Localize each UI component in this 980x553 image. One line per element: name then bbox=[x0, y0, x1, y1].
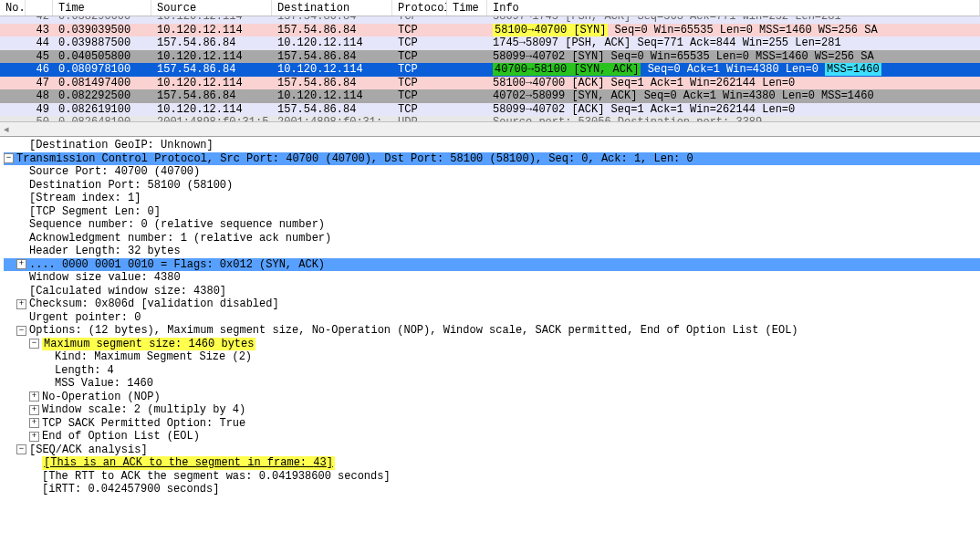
window-scale-line[interactable]: +Window scale: 2 (multiply by 4) bbox=[4, 403, 980, 417]
expand-icon[interactable]: + bbox=[29, 405, 39, 415]
expand-icon[interactable]: + bbox=[16, 259, 26, 269]
sack-opt-line[interactable]: +TCP SACK Permitted Option: True bbox=[4, 417, 980, 431]
header-length-line[interactable]: Header Length: 32 bytes bbox=[4, 245, 980, 258]
stream-index-line[interactable]: [Stream index: 1] bbox=[4, 192, 980, 205]
col-source[interactable]: Source bbox=[151, 0, 272, 16]
dst-port-line[interactable]: Destination Port: 58100 (58100) bbox=[4, 179, 980, 193]
packet-row[interactable]: 49 0.082619100 10.120.12.114 157.54.86.8… bbox=[0, 103, 980, 117]
collapse-icon[interactable]: − bbox=[29, 339, 39, 349]
packet-rows[interactable]: 42 0.038290600 10.120.12.114 157.54.86.8… bbox=[0, 16, 980, 121]
ack-frame-link[interactable]: [This is an ACK to the segment in frame:… bbox=[42, 456, 335, 470]
options-line[interactable]: −Options: (12 bytes), Maximum segment si… bbox=[4, 324, 980, 338]
checksum-line[interactable]: +Checksum: 0x806d [validation disabled] bbox=[4, 297, 980, 311]
ack-link-line[interactable]: [This is an ACK to the segment in frame:… bbox=[4, 456, 980, 470]
col-time[interactable]: Time bbox=[53, 0, 151, 16]
col-destination[interactable]: Destination bbox=[272, 0, 392, 16]
packet-details-pane[interactable]: [Destination GeoIP: Unknown] −Transmissi… bbox=[0, 137, 980, 538]
urgent-pointer-line[interactable]: Urgent pointer: 0 bbox=[4, 311, 980, 325]
horizontal-scrollbar[interactable]: ◂ bbox=[0, 121, 980, 136]
calc-window-line[interactable]: [Calculated window size: 4380] bbox=[4, 285, 980, 298]
packet-row[interactable]: 48 0.082292500 157.54.86.84 10.120.12.11… bbox=[0, 89, 980, 103]
packet-row[interactable]: 42 0.038290600 10.120.12.114 157.54.86.8… bbox=[0, 16, 980, 24]
col-time2[interactable]: Time bbox=[447, 0, 487, 16]
segment-len-line[interactable]: [TCP Segment Len: 0] bbox=[4, 205, 980, 219]
sequence-line[interactable]: Sequence number: 0 (relative sequence nu… bbox=[4, 218, 980, 232]
tcp-header-line[interactable]: −Transmission Control Protocol, Src Port… bbox=[4, 152, 980, 166]
collapse-icon[interactable]: − bbox=[16, 444, 26, 454]
synack-highlight: 40700→58100 [SYN, ACK] bbox=[493, 63, 641, 76]
seqack-analysis-line[interactable]: −[SEQ/ACK analysis] bbox=[4, 443, 980, 457]
packet-row[interactable]: 47 0.081497400 10.120.12.114 157.54.86.8… bbox=[0, 77, 980, 90]
eol-line[interactable]: +End of Option List (EOL) bbox=[4, 430, 980, 443]
rtt-line[interactable]: [The RTT to ACK the segment was: 0.04193… bbox=[4, 470, 980, 484]
irtt-line[interactable]: [iRTT: 0.042457900 seconds] bbox=[4, 483, 980, 496]
col-protocol[interactable]: Protocol bbox=[392, 0, 447, 16]
collapse-icon[interactable]: − bbox=[16, 326, 26, 336]
expand-icon[interactable]: + bbox=[29, 391, 39, 402]
ack-number-line[interactable]: Acknowledgment number: 1 (relative ack n… bbox=[4, 232, 980, 245]
packet-row[interactable]: 45 0.040505800 10.120.12.114 157.54.86.8… bbox=[0, 50, 980, 64]
expand-icon[interactable]: + bbox=[16, 299, 26, 309]
window-size-line[interactable]: Window size value: 4380 bbox=[4, 271, 980, 285]
mss-length-line[interactable]: Length: 4 bbox=[4, 364, 980, 378]
mss-line[interactable]: −Maximum segment size: 1460 bytes bbox=[4, 338, 980, 351]
geoip-line[interactable]: [Destination GeoIP: Unknown] bbox=[4, 139, 980, 152]
collapse-icon[interactable]: − bbox=[4, 153, 14, 163]
packet-list-pane: No. Time Source Destination Protocol Tim… bbox=[0, 0, 980, 137]
syn-highlight: 58100→40700 [SYN] bbox=[493, 24, 608, 37]
flags-line[interactable]: +.... 0000 0001 0010 = Flags: 0x012 (SYN… bbox=[4, 258, 980, 272]
mss-kind-line[interactable]: Kind: Maximum Segment Size (2) bbox=[4, 350, 980, 364]
col-info[interactable]: Info bbox=[487, 0, 980, 16]
mss-value-line[interactable]: MSS Value: 1460 bbox=[4, 377, 980, 391]
expand-icon[interactable]: + bbox=[29, 432, 39, 442]
expand-icon[interactable]: + bbox=[29, 418, 39, 428]
column-header-row: No. Time Source Destination Protocol Tim… bbox=[0, 0, 980, 16]
packet-row[interactable]: 44 0.039887500 157.54.86.84 10.120.12.11… bbox=[0, 37, 980, 50]
scroll-left-icon[interactable]: ◂ bbox=[4, 123, 9, 135]
mss-highlight: MSS=1460 bbox=[825, 63, 881, 76]
src-port-line[interactable]: Source Port: 40700 (40700) bbox=[4, 165, 980, 179]
col-no[interactable]: No. bbox=[0, 0, 26, 16]
packet-row[interactable]: 43 0.039039500 10.120.12.114 157.54.86.8… bbox=[0, 24, 980, 37]
nop-line[interactable]: +No-Operation (NOP) bbox=[4, 391, 980, 404]
packet-row-selected[interactable]: 46 0.080978100 157.54.86.84 10.120.12.11… bbox=[0, 63, 980, 77]
